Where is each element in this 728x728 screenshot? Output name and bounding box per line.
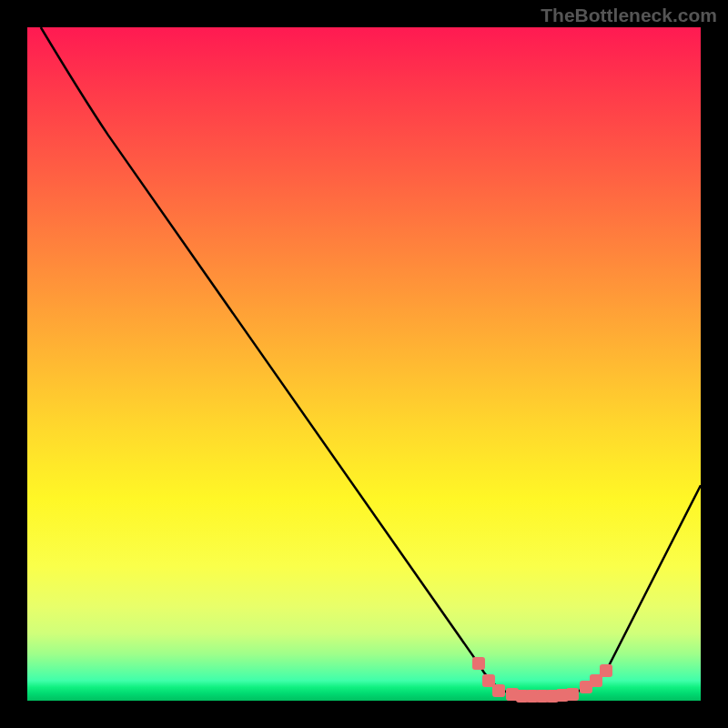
marker-layer: [27, 27, 701, 701]
plot-area: [27, 27, 701, 701]
chart-container: TheBottleneck.com: [0, 0, 728, 728]
marker-point: [566, 688, 579, 701]
marker-point: [472, 657, 485, 670]
marker-point: [492, 684, 505, 697]
watermark-text: TheBottleneck.com: [541, 5, 717, 26]
marker-point: [600, 664, 612, 677]
